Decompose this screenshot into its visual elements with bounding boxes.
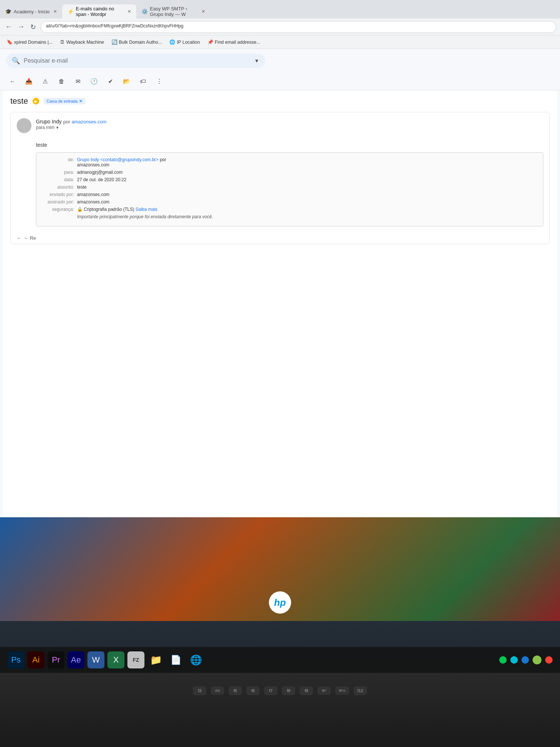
fn-key-f4[interactable]: IOI bbox=[211, 687, 224, 695]
tab-bar: 🎓 Academy - Início ✕ ⚡ E-mails caindo no… bbox=[0, 0, 560, 19]
taskbar-photoshop[interactable]: Ps bbox=[7, 651, 24, 668]
detail-row-assunto: assunto: teste bbox=[41, 185, 539, 190]
bookmark-bulk-label: Bulk Domain Autho... bbox=[119, 40, 162, 45]
bookmark-wayback[interactable]: 🗓 Wayback Machine bbox=[57, 38, 107, 46]
bookmark-iplocation-icon: 🌐 bbox=[169, 39, 175, 45]
tray-wifi-icon[interactable] bbox=[521, 656, 529, 664]
sender-via-text: por amazonses.com bbox=[63, 119, 107, 124]
seguranca-value: 🔒 Criptografia padrão (TLS) Saiba mais bbox=[77, 207, 539, 212]
refresh-button[interactable]: ↻ bbox=[29, 21, 37, 33]
gmail-search-bar[interactable]: 🔍 ▼ bbox=[6, 54, 265, 68]
sender-email-link[interactable]: Grupo Indy <contato@grupoindy.com.br> bbox=[77, 157, 159, 162]
fn-key-f9[interactable]: f9 bbox=[300, 686, 313, 695]
email-content: teste ▶ Caixa de entrada ✕ Grupo Indy bbox=[3, 90, 557, 525]
assinado-label: assinado por: bbox=[41, 199, 74, 205]
bookmark-iplocation[interactable]: 🌐 IP Location bbox=[166, 38, 203, 46]
screen-area: 🎓 Academy - Início ✕ ⚡ E-mails caindo no… bbox=[0, 0, 560, 525]
fn-key-f7[interactable]: f7 bbox=[264, 686, 277, 695]
detail-row-para: para: adrianogjrj@gmail.com bbox=[41, 170, 539, 175]
tab-emails-label: E-mails caindo no span - Wordpr bbox=[76, 6, 124, 17]
labels-button[interactable]: 🏷 bbox=[136, 75, 150, 88]
saiba-mais-link[interactable]: Saiba mais bbox=[136, 207, 157, 212]
bookmark-findemail[interactable]: 📌 Find email addresse... bbox=[204, 38, 263, 46]
fn-key-f11[interactable]: ⚙*A bbox=[335, 687, 349, 695]
tab-emails[interactable]: ⚡ E-mails caindo no span - Wordpr ✕ bbox=[62, 4, 136, 19]
spam-button[interactable]: ⚠ bbox=[39, 75, 52, 88]
tab-smtp-close[interactable]: ✕ bbox=[201, 9, 205, 14]
tab-academy[interactable]: 🎓 Academy - Início ✕ bbox=[0, 4, 62, 19]
archive-button[interactable]: 📥 bbox=[22, 75, 36, 88]
forward-button[interactable]: → bbox=[16, 21, 26, 32]
email-priority-tag: ▶ bbox=[33, 98, 39, 104]
taskbar-folder[interactable]: 📁 bbox=[147, 651, 164, 668]
address-bar-row: ← → ↻ ail/u/0/?tab=rm&ogbl#inbox/FMfcgxw… bbox=[0, 19, 560, 36]
de-label: de: bbox=[41, 157, 74, 162]
back-button[interactable]: ← bbox=[4, 21, 13, 32]
tray-sound-icon[interactable] bbox=[545, 656, 553, 664]
tab-smtp[interactable]: ⚙️ Easy WP SMTP ‹ Grupo Indy — W ✕ bbox=[136, 4, 210, 19]
search-dropdown-icon[interactable]: ▼ bbox=[254, 58, 259, 64]
more-options-button[interactable]: ⋮ bbox=[153, 75, 166, 88]
inbox-label-close[interactable]: ✕ bbox=[79, 99, 83, 104]
sender-via-domain-link[interactable]: amazonses.com bbox=[71, 119, 107, 124]
tray-battery-icon[interactable] bbox=[533, 655, 541, 664]
tab-emails-favicon: ⚡ bbox=[67, 9, 74, 14]
search-icon: 🔍 bbox=[12, 57, 20, 65]
tab-smtp-label: Easy WP SMTP ‹ Grupo Indy — W bbox=[150, 6, 198, 17]
bookmark-findemail-icon: 📌 bbox=[207, 39, 213, 45]
system-tray bbox=[499, 655, 553, 664]
para-value: adrianogjrj@gmail.com bbox=[77, 170, 539, 175]
add-task-button[interactable]: ✔ bbox=[104, 75, 117, 88]
taskbar-illustrator[interactable]: Ai bbox=[27, 651, 44, 668]
fn-keys-row: f3 IOI f5 f6 f7 f8 f9 ⚙* ⚙*A f12 bbox=[0, 686, 560, 695]
tab-emails-close[interactable]: ✕ bbox=[127, 9, 131, 14]
fn-key-f6[interactable]: f6 bbox=[246, 686, 260, 695]
inbox-label-text: Caixa de entrada bbox=[47, 99, 78, 103]
bookmark-expired[interactable]: 🔖 xpired Domains |... bbox=[4, 38, 56, 46]
fn-key-f8[interactable]: f8 bbox=[282, 686, 295, 695]
email-to-label: para mim bbox=[36, 125, 54, 130]
taskbar-chrome[interactable]: 🌐 bbox=[187, 651, 204, 668]
taskbar-filezilla[interactable]: FZ bbox=[127, 651, 144, 668]
reply-button[interactable]: ← ← Re bbox=[11, 232, 549, 244]
gmail-area: 🔍 ▼ ← 📥 ⚠ 🗑 ✉ 🕐 ✔ 📂 🏷 ⋮ bbox=[0, 49, 560, 525]
tray-network-icon[interactable] bbox=[499, 656, 507, 664]
para-label: para: bbox=[41, 170, 74, 175]
taskbar-premiere[interactable]: Pr bbox=[47, 651, 64, 668]
hp-logo-area: hp bbox=[269, 591, 291, 614]
taskbar-files[interactable]: 📄 bbox=[167, 651, 184, 668]
taskbar-aftereffects[interactable]: Ae bbox=[67, 651, 84, 668]
sender-avatar bbox=[17, 118, 31, 133]
address-bar[interactable]: ail/u/0/?tab=rm&ogbl#inbox/FMfcgxwKjBRFZ… bbox=[40, 21, 556, 33]
delete-button[interactable]: 🗑 bbox=[55, 75, 68, 88]
snooze-button[interactable]: 🕐 bbox=[87, 75, 101, 88]
taskbar-word[interactable]: W bbox=[87, 651, 104, 668]
tab-academy-close[interactable]: ✕ bbox=[53, 9, 57, 14]
bookmark-wayback-label: Wayback Machine bbox=[66, 40, 104, 45]
detail-row-assinado: assinado por: amazonses.com bbox=[41, 199, 539, 205]
keyboard-area: f3 IOI f5 f6 f7 f8 f9 ⚙* ⚙*A f12 bbox=[0, 673, 560, 747]
bookmark-bulk[interactable]: 🔄 Bulk Domain Autho... bbox=[109, 38, 165, 46]
fn-key-f10[interactable]: ⚙* bbox=[317, 687, 331, 695]
enviado-label: enviado por: bbox=[41, 192, 74, 197]
browser: 🎓 Academy - Início ✕ ⚡ E-mails caindo no… bbox=[0, 0, 560, 525]
detail-row-important: Importante principalmente porque foi env… bbox=[41, 214, 539, 219]
fn-key-f5[interactable]: f5 bbox=[229, 686, 242, 695]
taskbar-excel[interactable]: X bbox=[107, 651, 124, 668]
bookmark-expired-icon: 🔖 bbox=[7, 39, 13, 45]
fn-key-f12[interactable]: f12 bbox=[354, 686, 367, 695]
bookmarks-bar: 🔖 xpired Domains |... 🗓 Wayback Machine … bbox=[0, 36, 560, 49]
email-inbox-label: Caixa de entrada ✕ bbox=[44, 98, 86, 104]
email-to-row: para mim ▼ bbox=[36, 125, 543, 130]
mark-read-button[interactable]: ✉ bbox=[71, 75, 84, 88]
lock-icon: 🔒 bbox=[77, 207, 83, 212]
enviado-value: amazonses.com bbox=[77, 192, 539, 197]
expand-recipients-icon[interactable]: ▼ bbox=[56, 126, 59, 130]
move-button[interactable]: 📂 bbox=[120, 75, 133, 88]
tab-academy-label: Academy - Início bbox=[14, 9, 50, 14]
search-input[interactable] bbox=[24, 57, 250, 64]
back-to-inbox-button[interactable]: ← bbox=[6, 75, 19, 88]
sender-name: Grupo Indy bbox=[36, 119, 61, 124]
tray-bluetooth-icon[interactable] bbox=[510, 656, 518, 664]
fn-key-f3[interactable]: f3 bbox=[193, 686, 206, 695]
